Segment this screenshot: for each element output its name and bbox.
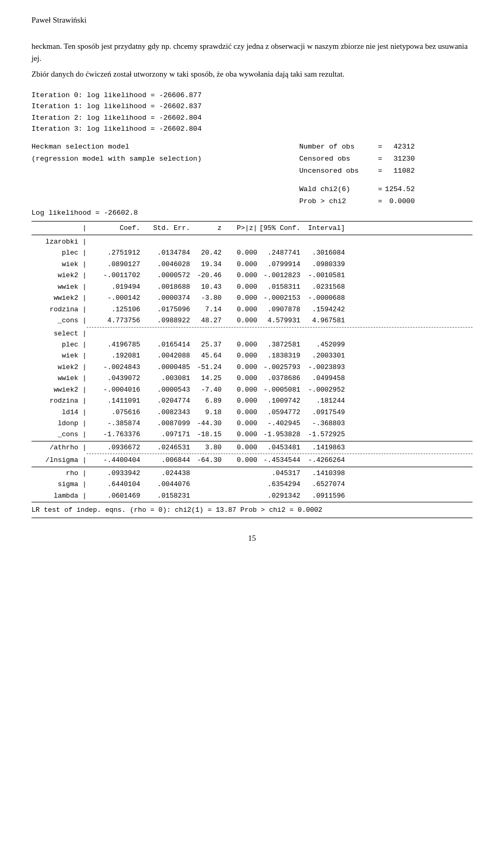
stat-uncensored: Uncensored obs = 11082 xyxy=(299,165,472,177)
model-label2: (regression model with sample selection) xyxy=(32,153,202,165)
table-row: wiek2|-.0024843.0000485-51.240.000-.0025… xyxy=(32,362,472,373)
iteration-line: Iteration 0: log likelihood = -26606.877 xyxy=(32,90,472,101)
author: Paweł Strawiński xyxy=(32,16,472,25)
model-block: Heckman selection model (regression mode… xyxy=(32,141,472,177)
paragraph-2: Zbiór danych do ćwiczeń został utworzony… xyxy=(32,68,472,80)
page-number: 15 xyxy=(32,534,472,543)
table-row: lambda|.0601469.0158231.0291342.0911596 xyxy=(32,490,472,501)
paragraph-1: heckman. Ten sposób jest przydatny gdy n… xyxy=(32,40,472,64)
table-row: plec|.4196785.016541425.370.000.3872581.… xyxy=(32,339,472,350)
table-row: plec|.2751912.013478420.420.000.2487741.… xyxy=(32,247,472,258)
table-row: wwiek2|-.0004016.0000543-7.400.000-.0005… xyxy=(32,384,472,395)
section-select-label: select | xyxy=(32,328,472,339)
table-row: _cons|4.773756.098892248.270.0004.579931… xyxy=(32,315,472,326)
table-row: wwiek|.0439072.00308114.250.000.0378686.… xyxy=(32,373,472,384)
model-label1: Heckman selection model xyxy=(32,141,202,153)
lr-test: LR test of indep. eqns. (rho = 0): chi2(… xyxy=(32,504,472,515)
table-row: ld14|.075616.00823439.180.000.0594772.09… xyxy=(32,407,472,418)
table-row: /athrho|.0936672.02465313.800.000.045348… xyxy=(32,442,472,453)
table-row: wwiek2|-.000142.0000374-3.800.000-.00021… xyxy=(32,292,472,303)
wald-block: Wald chi2(6) = 1254.52 Prob > chi2 = 0.0… xyxy=(32,184,472,208)
table-row: rodzina|.1411091.02047746.890.000.100974… xyxy=(32,395,472,406)
log-likelihood-line: Log likelihood = -26602.8 xyxy=(32,209,472,217)
iteration-line: Iteration 2: log likelihood = -26602.804 xyxy=(32,112,472,124)
table-row: wiek|.192081.004208845.640.000.1838319.2… xyxy=(32,350,472,361)
table-row: /lnsigma|-.4400404.006844-64.300.000-.45… xyxy=(32,455,472,466)
table-row: _cons|-1.763376.097171-18.150.000-1.9538… xyxy=(32,429,472,440)
stat-censored: Censored obs = 31230 xyxy=(299,153,472,165)
regression-table: | Coef. Std. Err. z P>|z| [95% Conf. Int… xyxy=(32,221,472,518)
table-row: rodzina|.125106.01750967.140.000.0907878… xyxy=(32,304,472,315)
table-row: wiek|.0890127.004602819.340.000.0799914.… xyxy=(32,259,472,270)
table-row: rho|.0933942.024438.045317.1410398 xyxy=(32,468,472,479)
table-row: wiek2|-.0011702.0000572-20.460.000-.0012… xyxy=(32,270,472,281)
table-row: wwiek|.019494.001868810.430.000.0158311.… xyxy=(32,281,472,292)
iteration-line: Iteration 1: log likelihood = -26602.837 xyxy=(32,101,472,112)
stat-num-obs: Number of obs = 42312 xyxy=(299,141,472,153)
table-row: ldonp|-.385874.0087099-44.300.000-.40294… xyxy=(32,418,472,429)
iterations-block: Iteration 0: log likelihood = -26606.877… xyxy=(32,90,472,135)
table-row: sigma|.6440104.0044076.6354294.6527074 xyxy=(32,479,472,490)
section-lzarobki-label: lzarobki | xyxy=(32,236,472,247)
iteration-line: Iteration 3: log likelihood = -26602.804 xyxy=(32,123,472,135)
